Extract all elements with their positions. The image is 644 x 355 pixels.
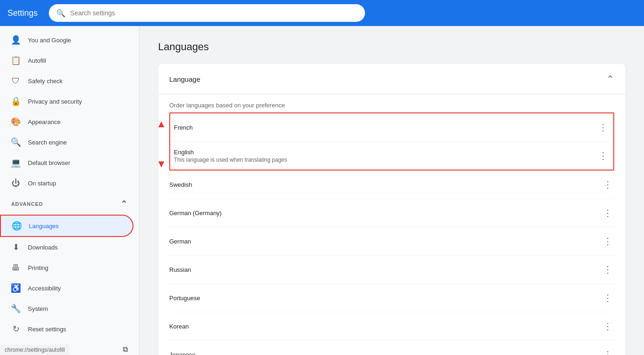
sidebar-item-appearance[interactable]: 🎨 Appearance (0, 112, 133, 132)
language-item-japanese[interactable]: Japanese ⋮ (169, 341, 614, 355)
sidebar-item-languages[interactable]: 🌐 Languages (0, 215, 133, 237)
sidebar-item-default-browser[interactable]: 💻 Default browser (0, 152, 133, 173)
collapse-icon[interactable]: ⌃ (606, 73, 614, 85)
language-item-english[interactable]: English This language is used when trans… (170, 142, 613, 170)
sidebar-item-label: Default browser (28, 159, 70, 166)
search-icon: 🔍 (56, 9, 66, 18)
russian-more-menu[interactable]: ⋮ (601, 262, 614, 277)
language-item-russian[interactable]: Russian ⋮ (169, 256, 614, 284)
arrow-down-icon: ▼ (158, 158, 166, 170)
browser-icon: 💻 (11, 158, 20, 167)
japanese-more-menu[interactable]: ⋮ (601, 347, 614, 355)
highlighted-languages-block: French ⋮ English This language is used w… (169, 112, 614, 171)
sidebar-item-reset-settings[interactable]: ↻ Reset settings (0, 319, 133, 339)
page-title: Languages (158, 41, 625, 53)
status-url: chrome://settings/autofill (5, 347, 65, 353)
sidebar: 👤 You and Google 📋 Autofill 🛡 Safety che… (0, 26, 139, 355)
language-item-korean[interactable]: Korean ⋮ (169, 312, 614, 341)
person-icon: 👤 (11, 35, 20, 45)
language-item-swedish[interactable]: Swedish ⋮ (169, 171, 614, 199)
lang-name-english: English This language is used when trans… (174, 149, 287, 163)
german-germany-more-menu[interactable]: ⋮ (601, 205, 614, 220)
reset-icon: ↻ (11, 324, 20, 334)
shield-icon: 🛡 (11, 76, 20, 85)
sidebar-item-downloads[interactable]: ⬇ Downloads (0, 237, 133, 257)
autofill-icon: 📋 (11, 56, 20, 65)
korean-more-menu[interactable]: ⋮ (601, 319, 614, 334)
status-bar: chrome://settings/autofill (0, 345, 69, 355)
system-icon: 🔧 (11, 304, 20, 313)
sidebar-item-label: Privacy and security (28, 98, 82, 105)
language-item-german-germany[interactable]: German (Germany) ⋮ (169, 199, 614, 227)
sidebar-item-label: Autofill (28, 57, 46, 64)
sidebar-item-label: Printing (28, 264, 48, 271)
sidebar-item-system[interactable]: 🔧 System (0, 298, 133, 319)
topbar: Settings 🔍 (0, 0, 644, 26)
external-link-icon: ⧉ (123, 345, 128, 354)
sidebar-item-search-engine[interactable]: 🔍 Search engine (0, 132, 133, 152)
sidebar-item-label: Appearance (28, 118, 60, 125)
globe-icon: 🌐 (12, 221, 21, 230)
sidebar-item-label: Safety check (28, 78, 62, 85)
sidebar-item-accessibility[interactable]: ♿ Accessibility (0, 278, 133, 298)
chevron-up-icon: ⌃ (120, 199, 128, 209)
card-subheader: Order languages based on your preference (158, 94, 625, 112)
sidebar-item-label: System (28, 305, 48, 312)
language-list: ▲ ▼ French ⋮ English (158, 112, 625, 355)
language-item-french[interactable]: French ⋮ (170, 113, 613, 142)
sidebar-item-label: Search engine (28, 139, 67, 146)
sidebar-item-label: You and Google (28, 37, 71, 44)
arrow-indicators: ▲ ▼ (158, 112, 166, 170)
sidebar-item-printing[interactable]: 🖶 Printing (0, 257, 133, 278)
swedish-more-menu[interactable]: ⋮ (601, 177, 614, 192)
sidebar-item-you-and-google[interactable]: 👤 You and Google (0, 30, 133, 50)
palette-icon: 🎨 (11, 117, 20, 126)
sidebar-item-label: Accessibility (28, 285, 61, 292)
main-content: Languages Language ⌃ Order languages bas… (139, 26, 644, 355)
french-more-menu[interactable]: ⋮ (597, 120, 610, 135)
privacy-icon: 🔒 (11, 97, 20, 106)
app-title: Settings (7, 8, 38, 18)
language-item-portuguese[interactable]: Portuguese ⋮ (169, 284, 614, 312)
accessibility-icon: ♿ (11, 283, 20, 293)
search-input[interactable] (70, 9, 358, 17)
german-more-menu[interactable]: ⋮ (601, 234, 614, 249)
language-item-german[interactable]: German ⋮ (169, 227, 614, 256)
sidebar-item-autofill[interactable]: 📋 Autofill (0, 50, 133, 71)
english-more-menu[interactable]: ⋮ (597, 148, 610, 163)
sidebar-item-label: Reset settings (28, 326, 66, 333)
sidebar-item-label: On startup (28, 180, 56, 187)
print-icon: 🖶 (11, 263, 20, 272)
download-icon: ⬇ (11, 243, 20, 252)
sidebar-item-label: Downloads (28, 244, 58, 251)
sidebar-item-label: Languages (29, 223, 59, 230)
card-header-title: Language (169, 75, 200, 83)
arrow-up-icon: ▲ (158, 118, 166, 130)
sidebar-item-on-startup[interactable]: ⏻ On startup (0, 173, 133, 193)
lang-name-french: French (174, 124, 193, 131)
sidebar-item-privacy-security[interactable]: 🔒 Privacy and security (0, 91, 133, 112)
power-icon: ⏻ (11, 178, 20, 188)
language-card: Language ⌃ Order languages based on your… (158, 64, 625, 355)
sidebar-item-safety-check[interactable]: 🛡 Safety check (0, 71, 133, 91)
advanced-section-header[interactable]: Advanced ⌃ (0, 193, 139, 215)
search-box[interactable]: 🔍 (49, 4, 365, 22)
portuguese-more-menu[interactable]: ⋮ (601, 290, 614, 305)
search-engine-icon: 🔍 (11, 138, 20, 147)
card-header: Language ⌃ (158, 64, 625, 94)
